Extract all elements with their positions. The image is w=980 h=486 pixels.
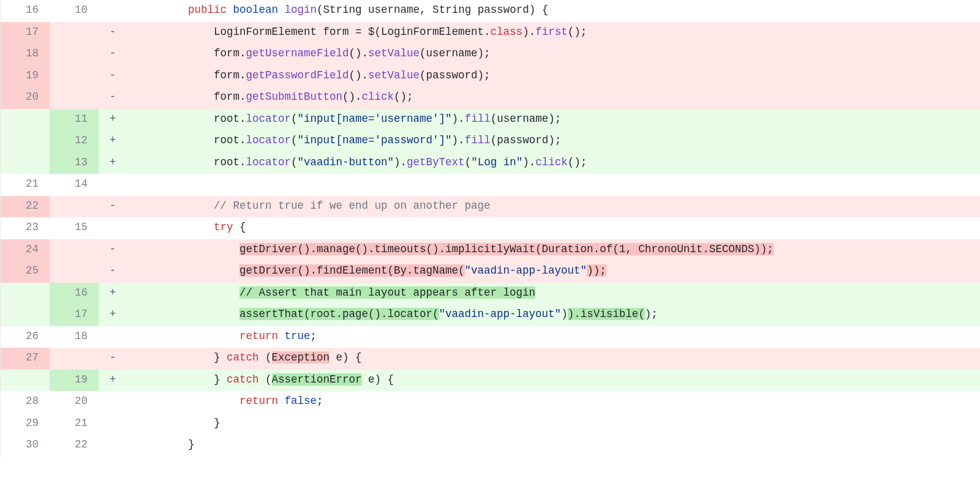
diff-row[interactable]: 12+ root.locator("input[name='password']… [1, 130, 980, 152]
code-content: try { [127, 217, 980, 239]
old-line-number [1, 109, 50, 131]
diff-marker: - [99, 261, 127, 283]
old-line-number: 30 [1, 435, 50, 457]
old-line-number: 26 [1, 326, 50, 348]
code-content: LoginFormElement form = $(LoginFormEleme… [127, 22, 980, 44]
diff-marker [99, 326, 127, 348]
diff-marker [99, 435, 127, 457]
new-line-number [50, 43, 99, 65]
new-line-number: 21 [50, 413, 99, 435]
diff-row[interactable]: 24- getDriver().manage().timeouts().impl… [1, 239, 980, 261]
diff-marker: - [99, 65, 127, 88]
diff-row[interactable]: 19+ } catch (AssertionError e) { [1, 370, 980, 392]
old-line-number: 24 [1, 239, 50, 261]
diff-marker: + [99, 283, 127, 305]
new-line-number: 13 [50, 152, 99, 174]
code-content: form.getPasswordField().setValue(passwor… [127, 65, 980, 88]
code-content: form.getSubmitButton().click(); [127, 87, 980, 109]
diff-row[interactable]: 2114 [1, 174, 980, 196]
diff-marker [99, 391, 127, 413]
diff-marker: - [99, 43, 127, 65]
old-line-number [1, 283, 50, 305]
new-line-number [50, 196, 99, 218]
new-line-number: 22 [50, 435, 99, 457]
code-content: root.locator("input[name='password']").f… [127, 130, 980, 152]
code-content: getDriver().manage().timeouts().implicit… [127, 239, 980, 261]
new-line-number: 12 [50, 130, 99, 152]
diff-marker: + [99, 109, 127, 131]
new-line-number: 11 [50, 109, 99, 131]
code-content: root.locator("vaadin-button").getByText(… [127, 152, 980, 174]
new-line-number [50, 239, 99, 261]
old-line-number: 17 [1, 22, 50, 44]
diff-marker [99, 0, 127, 22]
new-line-number [50, 87, 99, 109]
code-content: } catch (AssertionError e) { [127, 370, 980, 392]
diff-marker [99, 413, 127, 435]
code-content [127, 174, 980, 196]
diff-marker: - [99, 348, 127, 370]
new-line-number: 17 [50, 304, 99, 326]
diff-row[interactable]: 2921 } [1, 413, 980, 435]
diff-marker: - [99, 196, 127, 218]
diff-row[interactable]: 19- form.getPasswordField().setValue(pas… [1, 65, 980, 88]
old-line-number [1, 370, 50, 392]
diff-marker [99, 174, 127, 196]
old-line-number: 19 [1, 65, 50, 88]
code-content: return false; [127, 391, 980, 413]
old-line-number: 20 [1, 87, 50, 109]
new-line-number: 15 [50, 217, 99, 239]
new-line-number [50, 261, 99, 283]
new-line-number: 19 [50, 370, 99, 392]
diff-marker: + [99, 370, 127, 392]
diff-row[interactable]: 22- // Return true if we end up on anoth… [1, 196, 980, 218]
diff-marker: + [99, 130, 127, 152]
diff-row[interactable]: 18- form.getUsernameField().setValue(use… [1, 43, 980, 65]
code-content: getDriver().findElement(By.tagName("vaad… [127, 261, 980, 283]
new-line-number: 16 [50, 283, 99, 305]
diff-row[interactable]: 11+ root.locator("input[name='username']… [1, 109, 980, 131]
old-line-number: 21 [1, 174, 50, 196]
code-content: root.locator("input[name='username']").f… [127, 109, 980, 131]
old-line-number: 28 [1, 391, 50, 413]
diff-marker: + [99, 304, 127, 326]
old-line-number [1, 130, 50, 152]
old-line-number [1, 304, 50, 326]
new-line-number [50, 348, 99, 370]
code-content: form.getUsernameField().setValue(usernam… [127, 43, 980, 65]
diff-row[interactable]: 1610 public boolean login(String usernam… [1, 0, 980, 22]
old-line-number [1, 152, 50, 174]
new-line-number: 18 [50, 326, 99, 348]
old-line-number: 23 [1, 217, 50, 239]
new-line-number [50, 65, 99, 88]
diff-marker [99, 217, 127, 239]
new-line-number [50, 22, 99, 44]
diff-row[interactable]: 27- } catch (Exception e) { [1, 348, 980, 370]
diff-row[interactable]: 25- getDriver().findElement(By.tagName("… [1, 261, 980, 283]
old-line-number: 22 [1, 196, 50, 218]
code-content: } [127, 413, 980, 435]
diff-marker: + [99, 152, 127, 174]
old-line-number: 18 [1, 43, 50, 65]
diff-marker: - [99, 22, 127, 44]
diff-row[interactable]: 3022 } [1, 435, 980, 457]
new-line-number: 20 [50, 391, 99, 413]
diff-row[interactable]: 16+ // Assert that main layout appears a… [1, 283, 980, 305]
code-content: public boolean login(String username, St… [127, 0, 980, 22]
code-content: } catch (Exception e) { [127, 348, 980, 370]
diff-row[interactable]: 17+ assertThat(root.page().locator("vaad… [1, 304, 980, 326]
diff-row[interactable]: 2315 try { [1, 217, 980, 239]
old-line-number: 29 [1, 413, 50, 435]
old-line-number: 16 [1, 0, 50, 22]
diff-container: 1610 public boolean login(String usernam… [0, 0, 980, 457]
old-line-number: 27 [1, 348, 50, 370]
diff-row[interactable]: 2820 return false; [1, 391, 980, 413]
code-content: // Return true if we end up on another p… [127, 196, 980, 218]
new-line-number: 10 [50, 0, 99, 22]
diff-row[interactable]: 13+ root.locator("vaadin-button").getByT… [1, 152, 980, 174]
code-content: } [127, 435, 980, 457]
diff-row[interactable]: 2618 return true; [1, 326, 980, 348]
diff-row[interactable]: 17- LoginFormElement form = $(LoginFormE… [1, 22, 980, 44]
diff-marker: - [99, 87, 127, 109]
diff-row[interactable]: 20- form.getSubmitButton().click(); [1, 87, 980, 109]
